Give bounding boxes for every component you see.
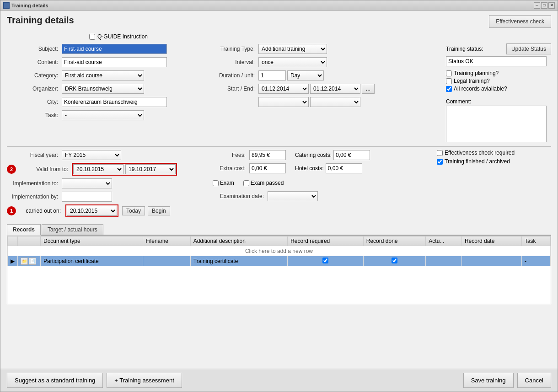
end-date-select[interactable]: 01.12.2014 xyxy=(310,84,360,94)
carried-out-select[interactable]: 20.10.2015 xyxy=(67,206,117,216)
interval-label: Interval: xyxy=(204,59,258,65)
col-record-done: Record done xyxy=(363,236,426,246)
today-button[interactable]: Today xyxy=(122,206,145,215)
training-status-label: Training status: xyxy=(446,46,483,52)
exam-date-row: Examination date: xyxy=(213,191,432,202)
all-records-checkbox[interactable] xyxy=(446,86,452,92)
qguide-checkbox[interactable] xyxy=(89,34,95,40)
task-label: Task: xyxy=(7,112,62,118)
row-filename xyxy=(143,256,190,266)
start-date-select[interactable]: 01.12.2014 xyxy=(258,84,309,94)
content-label: Content: xyxy=(7,59,62,65)
close-button[interactable]: ✕ xyxy=(548,2,555,9)
fiscal-year-label: Fiscal year: xyxy=(7,152,62,158)
status-input[interactable] xyxy=(446,56,547,66)
table-area: Document type Filename Additional descri… xyxy=(7,236,551,304)
status-area: Training status: Update Status Training … xyxy=(446,43,551,144)
exam-label: Exam xyxy=(220,180,234,186)
col-additional-desc: Additional description xyxy=(190,236,287,246)
examination-date-select[interactable] xyxy=(268,191,318,201)
save-training-button[interactable]: Save training xyxy=(463,373,514,388)
col-doc-type: Document type xyxy=(41,236,143,246)
training-planning-checkbox[interactable] xyxy=(446,70,452,76)
row-record-done[interactable] xyxy=(363,256,426,266)
restore-button[interactable]: □ xyxy=(541,2,547,9)
tab-target-actual[interactable]: Target / actual hours xyxy=(42,224,103,235)
suggest-standard-button[interactable]: Suggest as a standard training xyxy=(7,373,103,388)
hotel-costs-input[interactable] xyxy=(326,163,362,173)
row-doc-type: Participation certificate xyxy=(41,256,143,266)
interval-row: Interval: once xyxy=(204,57,441,68)
exam-passed-checkbox[interactable] xyxy=(243,180,249,186)
valid-from-select[interactable]: 20.10.2015 xyxy=(73,164,123,174)
training-finished-item: Training finished / archived xyxy=(437,158,551,165)
extra-cost-input[interactable] xyxy=(249,163,286,173)
hotel-costs-label: Hotel costs: xyxy=(286,165,324,172)
fees-input[interactable] xyxy=(249,150,286,160)
add-row-hint-row[interactable]: Click here to add a new row xyxy=(8,246,551,256)
training-planning-item: Training planning? xyxy=(446,70,551,76)
interval-select[interactable]: once xyxy=(258,57,327,67)
lower-left: Fiscal year: FY 2015 2 Valid from to: 20… xyxy=(7,150,204,220)
lower-mid: Fees: Catering costs: Extra cost: Hotel … xyxy=(204,150,432,220)
duration-row: Duration / unit: Day xyxy=(204,70,441,81)
extra-cost-label: Extra cost: xyxy=(213,165,249,172)
col-actual: Actu... xyxy=(426,236,462,246)
category-select[interactable]: First aid course xyxy=(62,70,144,81)
valid-to-select[interactable]: 19.10.2017 xyxy=(125,164,176,174)
comment-textarea[interactable] xyxy=(446,106,547,142)
task-select[interactable]: - xyxy=(62,110,144,120)
subject-label: Subject: xyxy=(7,46,62,52)
add-row-hint[interactable]: Click here to add a new row xyxy=(8,246,551,256)
minimize-button[interactable]: ─ xyxy=(534,2,540,9)
catering-costs-input[interactable] xyxy=(333,150,370,160)
organizer-row: Organizer: DRK Braunschweig xyxy=(7,83,204,94)
update-status-button[interactable]: Update Status xyxy=(506,43,551,54)
checkbox-group: Training planning? Legal training? All r… xyxy=(446,70,551,92)
effectiveness-check-button[interactable]: Effectiveness check xyxy=(489,15,551,28)
qguide-label: Q-GUIDE Instruction xyxy=(97,33,148,40)
fiscal-year-select[interactable]: FY 2015 xyxy=(62,150,121,160)
duration-unit-select[interactable]: Day xyxy=(287,70,324,81)
training-type-select[interactable]: Additional training xyxy=(258,44,327,54)
record-required-checkbox[interactable] xyxy=(322,258,328,263)
carried-out-row: 1 carried out on: 20.10.2015 Today Begin xyxy=(7,204,204,217)
tabs-area: Records Target / actual hours Document t… xyxy=(7,224,551,304)
catering-costs-label: Catering costs: xyxy=(286,152,332,158)
begin-button[interactable]: Begin xyxy=(148,206,170,215)
all-records-item: All records aviailable? xyxy=(446,86,551,92)
training-finished-label: Training finished / archived xyxy=(445,158,510,165)
start-end-dots-button[interactable]: ... xyxy=(362,84,375,94)
effectiveness-check-checkbox[interactable] xyxy=(437,150,443,156)
content-input[interactable] xyxy=(62,57,167,67)
city-label: City: xyxy=(7,99,62,105)
legal-training-checkbox[interactable] xyxy=(446,78,452,84)
implementation-by-input[interactable] xyxy=(62,192,112,202)
exam-checkbox[interactable] xyxy=(213,180,219,186)
status-header-row: Training status: Update Status xyxy=(446,43,551,54)
carried-out-highlight: 20.10.2015 xyxy=(65,204,118,217)
row-expand-cell[interactable]: ▶ xyxy=(8,256,18,266)
city-input[interactable] xyxy=(62,97,167,107)
record-done-checkbox[interactable] xyxy=(392,258,397,263)
organizer-select[interactable]: DRK Braunschweig xyxy=(62,84,144,94)
row-task: - xyxy=(521,256,550,266)
tab-records[interactable]: Records xyxy=(7,224,41,236)
row-record-required[interactable] xyxy=(288,256,364,266)
footer-bar: Suggest as a standard training + Trainin… xyxy=(0,369,558,392)
effectiveness-check-required-label: Effectiveness check required xyxy=(445,150,515,156)
valid-from-to-highlight: 20.10.2015 19.10.2017 xyxy=(72,163,177,176)
start-time-select[interactable] xyxy=(258,97,309,107)
exam-row: Exam Exam passed xyxy=(213,177,432,188)
row-icon-folder[interactable]: 📁 xyxy=(21,258,28,265)
training-finished-checkbox[interactable] xyxy=(437,159,443,165)
implementation-to-select[interactable] xyxy=(62,178,112,188)
training-assessment-button[interactable]: + Training assessment xyxy=(107,373,182,388)
row-icon-doc[interactable]: 📄 xyxy=(29,258,36,265)
section-divider xyxy=(7,146,551,147)
duration-input[interactable] xyxy=(258,70,286,81)
end-time-select[interactable] xyxy=(310,97,360,107)
subject-input[interactable] xyxy=(62,44,167,54)
cancel-button[interactable]: Cancel xyxy=(517,373,551,388)
col-expand xyxy=(8,236,18,246)
